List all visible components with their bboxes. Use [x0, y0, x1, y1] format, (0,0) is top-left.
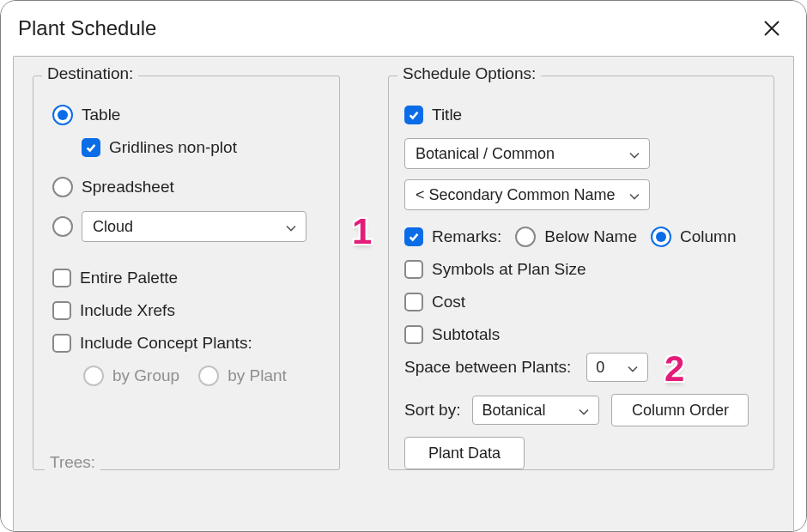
select-name-format-value: Botanical / Common: [416, 145, 555, 163]
sort-by-label: Sort by:: [404, 401, 460, 420]
radio-table-label: Table: [82, 106, 120, 124]
select-name-format[interactable]: Botanical / Common: [404, 138, 650, 169]
select-cloud[interactable]: Cloud: [82, 211, 306, 242]
checkbox-include-xrefs-label: Include Xrefs: [80, 301, 175, 320]
close-icon[interactable]: [761, 18, 782, 39]
plant-schedule-dialog: Plant Schedule Destination: Table Gridli…: [0, 0, 807, 532]
checkbox-gridlines[interactable]: [82, 138, 100, 157]
checkbox-remarks[interactable]: [404, 227, 423, 246]
select-sort-by-value: Botanical: [482, 402, 545, 420]
select-secondary-name-value: < Secondary Common Name: [416, 186, 616, 204]
checkbox-symbols-label: Symbols at Plan Size: [432, 260, 586, 279]
radio-by-plant[interactable]: [198, 366, 219, 386]
destination-group: Destination: Table Gridlines non-plot Sp…: [33, 76, 340, 470]
checkbox-include-concept-label: Include Concept Plants:: [80, 334, 252, 353]
radio-column[interactable]: [651, 227, 671, 247]
destination-legend: Destination:: [42, 64, 138, 83]
checkbox-title-label: Title: [432, 106, 462, 124]
chevron-down-icon: [578, 404, 590, 416]
checkbox-entire-palette[interactable]: [52, 269, 71, 287]
checkbox-cost[interactable]: [404, 293, 423, 311]
checkbox-title[interactable]: [404, 106, 423, 124]
plant-data-button[interactable]: Plant Data: [404, 437, 525, 469]
checkbox-subtotals-label: Subtotals: [432, 325, 500, 344]
checkbox-symbols[interactable]: [404, 260, 423, 279]
radio-spreadsheet-label: Spreadsheet: [82, 178, 174, 196]
column-order-button-label: Column Order: [632, 402, 729, 420]
radio-by-group[interactable]: [83, 366, 104, 386]
radio-table[interactable]: [52, 105, 73, 125]
checkbox-remarks-label: Remarks:: [432, 227, 501, 246]
chevron-down-icon: [628, 189, 640, 201]
space-between-label: Space between Plants:: [404, 358, 571, 377]
chevron-down-icon: [285, 221, 297, 233]
radio-by-group-label: by Group: [112, 366, 179, 385]
titlebar: Plant Schedule: [1, 1, 806, 56]
dialog-body: Destination: Table Gridlines non-plot Sp…: [13, 56, 794, 531]
checkbox-cost-label: Cost: [432, 293, 465, 311]
dialog-title: Plant Schedule: [18, 16, 156, 40]
plant-data-button-label: Plant Data: [428, 444, 501, 462]
checkbox-include-concept[interactable]: [52, 334, 71, 353]
schedule-options-group: Schedule Options: Title Botanical / Comm…: [388, 76, 774, 470]
radio-spreadsheet[interactable]: [52, 177, 73, 197]
schedule-options-legend: Schedule Options:: [397, 64, 541, 83]
select-cloud-value: Cloud: [93, 218, 133, 236]
checkbox-entire-palette-label: Entire Palette: [80, 269, 178, 287]
select-secondary-name[interactable]: < Secondary Common Name: [404, 179, 650, 210]
radio-by-plant-label: by Plant: [228, 366, 287, 385]
annotation-1: 1: [352, 211, 372, 252]
checkbox-include-xrefs[interactable]: [52, 301, 71, 320]
radio-cloud[interactable]: [52, 216, 73, 237]
checkbox-gridlines-label: Gridlines non-plot: [109, 138, 237, 157]
column-order-button[interactable]: Column Order: [611, 394, 749, 426]
radio-below-name[interactable]: [515, 227, 536, 247]
radio-column-label: Column: [680, 227, 736, 246]
select-space-between-value: 0: [596, 359, 604, 377]
select-space-between[interactable]: 0: [586, 353, 648, 382]
chevron-down-icon: [627, 361, 639, 373]
chevron-down-icon: [628, 148, 640, 160]
trees-label: Trees:: [45, 453, 100, 472]
select-sort-by[interactable]: Botanical: [472, 396, 599, 425]
checkbox-subtotals[interactable]: [404, 325, 423, 344]
radio-below-name-label: Below Name: [544, 227, 637, 246]
